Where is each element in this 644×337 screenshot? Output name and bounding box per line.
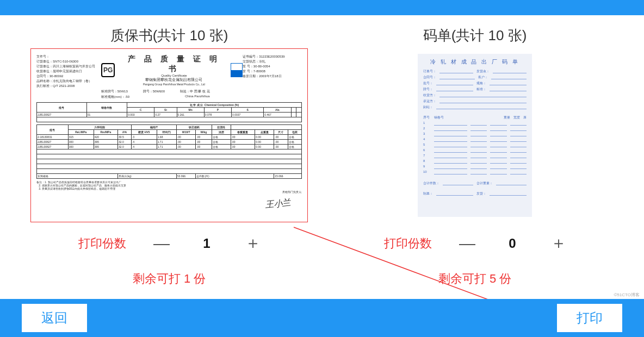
pg-logo-icon: PG [101,63,115,77]
left-stepper-label: 打印份数 [78,235,126,252]
left-pane: 质保书(共计 10 张) 文件号： 订货单位：SNTC-510-06300 订货… [22,21,316,299]
left-minus-button[interactable]: — [153,234,169,253]
left-remain: 剩余可打 1 份 [133,271,206,287]
left-plus-button[interactable]: ＋ [245,232,260,254]
right-pane: 码单(共计 10 张) 冷 轧 材 成 品 出 厂 码 单 订单号：发货点： 合… [328,21,622,299]
right-remain: 剩余可打 5 份 [438,271,511,287]
test-table: 批号力学性能磁性/T铁芯损耗交流性 ReL/MPaRm/MPaA%硬度 HV5B… [36,124,302,179]
certificate-preview[interactable]: 文件号： 订货单位：SNTC-510-06300 订货单位：四川上海钢铁贸易与开… [30,48,308,222]
bottom-bar: 返回 打印 [0,299,644,337]
watermark: ©51CTO博客 [614,292,640,298]
content-area: 质保书(共计 10 张) 文件号： 订货单位：SNTC-510-06300 订货… [0,15,644,299]
left-stepper: 打印份数 — 1 ＋ [78,232,260,254]
doc-title: 产 品 质 量 证 明 书 [120,54,227,74]
scan-title: 冷 轧 材 成 品 出 厂 码 单 [423,58,527,66]
scan-document: 冷 轧 材 成 品 出 厂 码 单 订单号：发货点： 合同号：客户： 批号：规格… [418,54,532,217]
company: 攀钢集团攀枝花金属制品有限公司 [120,77,227,83]
qs-mark-icon [231,63,243,77]
top-bar [0,0,644,15]
right-minus-button[interactable]: — [459,234,474,253]
left-title: 质保书(共计 10 张) [110,26,228,45]
right-stepper-label: 打印份数 [384,235,432,252]
right-plus-button[interactable]: ＋ [550,232,566,254]
company-en: Pangang Group Panzhihua Metal Products C… [120,83,227,86]
print-button[interactable]: 打印 [557,304,622,332]
signature: 王小兰 [264,197,292,211]
left-count: 1 [196,236,218,251]
back-button[interactable]: 返回 [22,304,87,332]
list-preview[interactable]: 冷 轧 材 成 品 出 厂 码 单 订单号：发货点： 合同号：客户： 批号：规格… [336,48,614,222]
right-stepper: 打印份数 — 0 ＋ [384,232,566,254]
chem-table: 批号钢卷件数化 学 成 分 Chemical Composition (%) C… [36,102,302,122]
right-count: 0 [501,236,523,251]
right-title: 码单(共计 10 张) [423,26,527,45]
